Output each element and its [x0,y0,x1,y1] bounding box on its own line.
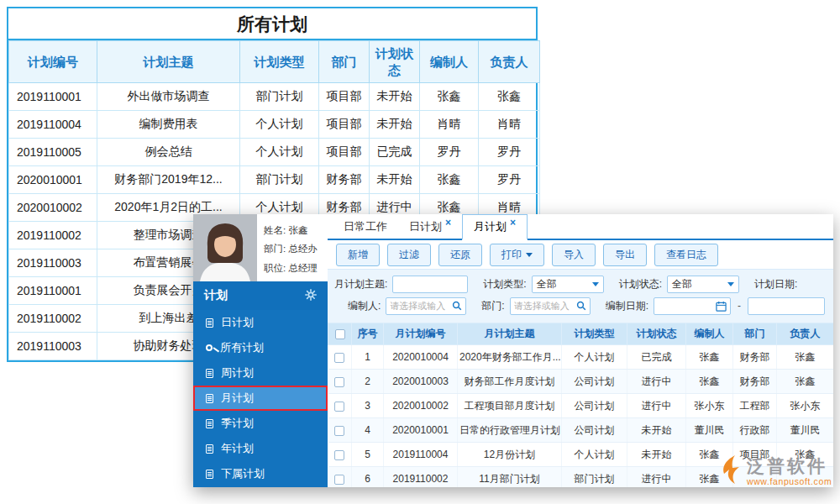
reset-button[interactable]: 还原 [438,244,482,266]
plan-subject-link[interactable]: 日常的行政管理月计划 [458,418,562,443]
brand-watermark: 泛普软件 www.fanpusoft.com [719,454,832,488]
plan-owner-link[interactable]: 张鑫 [777,370,834,394]
sidebar-item-daily[interactable]: 日计划 [193,310,328,335]
tab-monthly-plan[interactable]: 月计划× [462,214,528,240]
type-select[interactable]: 全部 [532,276,604,293]
table-cell: 2019110001 [9,83,97,111]
plan-row[interactable]: 22020010003财务部工作月度计划公司计划进行中张鑫财务部张鑫 [328,370,834,394]
tab-label: 月计划 [474,219,507,234]
row-checkbox[interactable] [334,377,344,387]
plan-date-filter-label: 计划日期: [754,277,797,291]
plan-compiler-link[interactable]: 董川民 [686,418,733,443]
plan-id-link[interactable]: 2019110004 [384,443,458,467]
sidebar-item-all[interactable]: 所有计划 [193,335,328,360]
import-button[interactable]: 导入 [552,244,596,266]
table-cell: 2019110003 [9,333,97,360]
plan-dept: 行政部 [733,418,777,443]
select-all-checkbox[interactable] [335,329,345,339]
plan-compiler-link[interactable]: 张鑫 [686,370,733,394]
compiler-search-input[interactable] [390,301,452,311]
row-checkbox[interactable] [334,402,344,412]
brand-logo-icon [719,454,744,488]
sidebar-item-weekly[interactable]: 周计划 [193,360,328,386]
sidebar-item-yearly[interactable]: 年计划 [193,436,328,461]
plan-id-link[interactable]: 2020010001 [384,418,458,443]
plan-row[interactable]: 42020010001日常的行政管理月计划公司计划未开始董川民行政部董川民 [328,418,834,443]
compiler-filter-label: 编制人: [348,299,381,313]
plan-status: 未开始 [627,418,686,443]
plan-status: 已完成 [627,345,686,370]
main-content: 日常工作日计划×月计划× 新增 过滤 还原 打印 导入 导出 查看日志 月计划主… [328,214,833,487]
profile-info: 姓名: 张鑫 部门: 总经办 职位: 总经理 [257,214,328,281]
tab-daily-plan[interactable]: 日计划× [398,214,462,239]
compiler-search-field[interactable] [386,297,466,315]
compile-date-end-input[interactable] [748,297,825,315]
chevron-down-icon [592,282,599,286]
dept-search-input[interactable] [514,301,576,311]
subject-filter-input[interactable] [392,276,468,293]
filter-button[interactable]: 过滤 [387,244,431,266]
row-checkbox[interactable] [334,450,344,460]
table-cell: 2019110002 [9,222,97,249]
plan-type: 公司计划 [562,418,627,443]
plan-subject-link[interactable]: 2020年财务部工作月... [458,345,562,370]
plan-compiler-link[interactable]: 张鑫 [686,345,733,370]
status-select[interactable]: 全部 [667,276,739,293]
export-button[interactable]: 导出 [603,244,647,266]
plan-subject-link[interactable]: 12月份计划 [458,443,562,467]
type-filter-label: 计划类型: [483,277,526,291]
plan-index: 1 [352,345,384,370]
plan-status: 未开始 [627,443,686,467]
view-logs-button[interactable]: 查看日志 [654,244,718,266]
subject-filter-label: 月计划主题: [334,277,387,291]
table-cell: 张鑫 [420,166,479,194]
compile-date-filter-label: 编制日期: [606,299,648,313]
table-row[interactable]: 2019110005例会总结个人计划项目部已完成罗丹罗丹 [9,139,540,166]
plan-id-link[interactable]: 2020010004 [384,345,458,370]
plan-header-row: 序号月计划编号月计划主题计划类型计划状态编制人部门负责人 [328,323,834,345]
row-checkbox[interactable] [334,426,344,436]
plan-column-header: 部门 [733,323,777,345]
table-cell: 张鑫 [479,83,540,111]
sidebar-item-label: 年计划 [221,441,254,456]
plan-owner-link[interactable]: 张小东 [777,394,834,418]
print-button[interactable]: 打印 [490,244,544,266]
sidebar-item-subordinate[interactable]: 下属计划 [193,461,328,486]
table-row[interactable]: 2019110004编制费用表个人计划项目部未开始肖晴肖晴 [9,111,540,139]
sidebar-section-plan[interactable]: 计划 [193,281,328,310]
plan-id-link[interactable]: 2019110002 [384,467,458,488]
plan-compiler-link[interactable]: 张小东 [686,394,733,418]
row-checkbox[interactable] [334,475,344,485]
plan-subject-link[interactable]: 财务部工作月度计划 [458,370,562,394]
profile-dept: 部门: 总经办 [264,239,326,258]
plan-id-link[interactable]: 2020010003 [384,370,458,394]
tab-daily-work[interactable]: 日常工作 [333,214,398,239]
dept-search-field[interactable] [510,297,591,315]
table-row[interactable]: 2020010001财务部门2019年12...部门计划财务部未开始张鑫罗丹 [9,166,540,194]
plan-type: 公司计划 [562,394,627,418]
plan-subject-link[interactable]: 工程项目部月度计划 [458,394,562,418]
table-cell: 项目部 [319,139,370,166]
plan-id-link[interactable]: 2020010002 [384,394,458,418]
close-icon[interactable]: × [510,217,516,228]
plan-owner-link[interactable]: 张鑫 [777,345,834,370]
plan-row[interactable]: 32020010002工程项目部月度计划公司计划进行中张小东工程部张小东 [328,394,834,418]
table-row[interactable]: 2019110001外出做市场调查部门计划项目部未开始张鑫张鑫 [9,83,540,111]
sidebar-item-monthly[interactable]: 月计划 [193,386,328,411]
bg-column-header: 计划主题 [97,41,240,83]
plan-column-header: 序号 [352,323,384,345]
file-icon [206,394,213,403]
plan-subject-link[interactable]: 11月部门计划 [458,467,562,488]
add-button[interactable]: 新增 [336,244,380,266]
plan-column-header: 月计划主题 [458,323,562,345]
plan-row[interactable]: 120200100042020年财务部工作月...个人计划已完成张鑫财务部张鑫 [328,345,834,370]
file-icon [206,470,213,479]
plan-owner-link[interactable]: 董川民 [777,418,834,443]
sidebar-item-quarterly[interactable]: 季计划 [193,411,328,436]
compile-date-start-input[interactable] [654,297,731,315]
row-checkbox[interactable] [334,353,344,363]
gear-icon[interactable] [305,289,317,303]
close-icon[interactable]: × [445,217,451,228]
all-plans-header-row: 计划编号计划主题计划类型部门计划状态编制人负责人 [9,41,540,83]
table-cell: 未开始 [370,111,420,139]
